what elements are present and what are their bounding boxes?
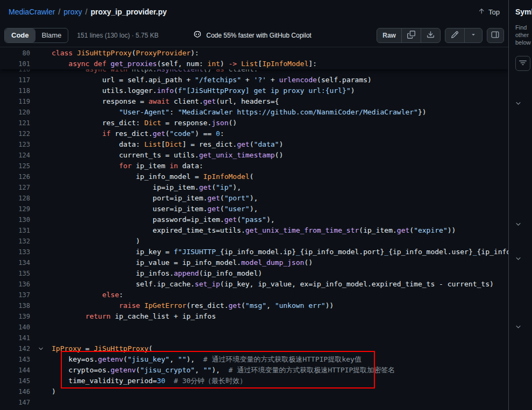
line-number[interactable]: 146	[0, 386, 30, 397]
code-line: 120 "User-Agent": "MediaCrawler https://…	[0, 107, 508, 118]
gutter	[30, 322, 52, 333]
line-number[interactable]: 136	[0, 279, 30, 290]
line-number[interactable]: 119	[0, 96, 30, 107]
code-line: 118 utils.logger.info(f"[JiSuHttpProxy] …	[0, 85, 508, 96]
line-number[interactable]: 145	[0, 376, 30, 386]
breadcrumb-separator: /	[58, 8, 60, 16]
line-number[interactable]: 124	[0, 150, 30, 161]
download-raw-button[interactable]	[421, 28, 440, 42]
line-number[interactable]: 134	[0, 257, 30, 268]
line-number[interactable]: 120	[0, 107, 30, 118]
code-text: )	[52, 386, 508, 397]
line-number[interactable]: 143	[0, 354, 30, 365]
copilot-icon	[193, 30, 202, 40]
symbol-group-chevron-icon[interactable]	[515, 255, 522, 264]
gutter	[30, 96, 52, 107]
code-text: self.ip_cache.set_ip(ip_key, ip_value, e…	[52, 279, 508, 290]
github-code-view: MediaCrawler / proxy / proxy_ip_provider…	[0, 0, 532, 410]
gutter	[30, 225, 52, 236]
symbol-group-chevron-icon[interactable]	[515, 220, 522, 230]
code-text: for ip_item in data:	[52, 161, 508, 171]
code-text: else:	[52, 290, 508, 300]
back-to-top-link[interactable]: Top	[478, 8, 500, 17]
line-number[interactable]: 121	[0, 118, 30, 128]
code-line: 145 time_validity_period=30 # 30分钟（最长时效）	[0, 376, 508, 386]
code-line: 146)	[0, 386, 508, 397]
line-number[interactable]: 142	[0, 343, 30, 354]
code-text: return ip_cache_list + ip_infos	[52, 311, 508, 322]
code-text: )	[52, 236, 508, 247]
code-text: user=ip_item.get("user"),	[52, 204, 508, 214]
line-number[interactable]: 135	[0, 268, 30, 279]
code-line: 131 expired_time_ts=utils.get_unix_time_…	[0, 225, 508, 236]
line-number[interactable]: 122	[0, 128, 30, 139]
gutter	[30, 161, 52, 171]
code-line: 126 ip_info_model = IpInfoModel(	[0, 171, 508, 182]
code-line: 127 ip=ip_item.get("ip"),	[0, 182, 508, 193]
code-line: 135 ip_infos.append(ip_info_model)	[0, 268, 508, 279]
symbols-panel-toggle-button[interactable]	[487, 28, 504, 43]
code-line: 132 )	[0, 236, 508, 247]
line-number[interactable]: 137	[0, 290, 30, 300]
symbols-desc-line: below	[515, 39, 532, 46]
code-text: crypto=os.getenv("jisu_crypto", ""), # 通…	[52, 365, 508, 376]
code-text: current_ts = utils.get_unix_timestamp()	[52, 150, 508, 161]
code-text: if res_dict.get("code") == 0:	[52, 128, 508, 139]
tab-code[interactable]: Code	[5, 28, 36, 42]
filter-icon	[519, 59, 527, 68]
line-number[interactable]: 127	[0, 182, 30, 193]
symbols-desc-line: other	[515, 31, 532, 39]
code-text: expired_time_ts=utils.get_unix_time_from…	[52, 225, 508, 236]
code-text: ip=ip_item.get("ip"),	[52, 182, 508, 193]
line-number[interactable]: 147	[0, 397, 30, 408]
gutter	[30, 236, 52, 247]
line-number[interactable]: 141	[0, 333, 30, 343]
tab-blame[interactable]: Blame	[36, 28, 68, 42]
code-text: async def get_proxies(self, num: int) ->…	[52, 59, 508, 69]
line-number[interactable]: 126	[0, 171, 30, 182]
line-number[interactable]: 130	[0, 214, 30, 225]
line-number[interactable]: 131	[0, 225, 30, 236]
symbol-group-chevron-icon[interactable]	[515, 323, 522, 333]
copy-raw-button[interactable]	[401, 28, 421, 42]
gutter	[30, 118, 52, 128]
line-number[interactable]: 129	[0, 204, 30, 214]
symbol-group-chevron-icon[interactable]	[515, 99, 522, 109]
main-column: MediaCrawler / proxy / proxy_ip_provider…	[0, 0, 508, 410]
code-lines: 116 async with httpx.AsyncClient() as cl…	[0, 64, 508, 408]
edit-dropdown-button[interactable]	[464, 28, 482, 42]
line-number[interactable]: 117	[0, 75, 30, 85]
code-line: 123 data: List[Dict] = res_dict.get("dat…	[0, 139, 508, 150]
code-text: ip_key = f"JISUHTTP_{ip_info_model.ip}_{…	[52, 247, 508, 257]
breadcrumb-folder-link[interactable]: proxy	[63, 8, 82, 16]
line-number[interactable]: 101	[0, 59, 30, 69]
line-number[interactable]: 139	[0, 311, 30, 322]
collapse-chevron-icon[interactable]	[30, 343, 52, 354]
line-number[interactable]: 133	[0, 247, 30, 257]
edit-file-button[interactable]	[445, 28, 464, 42]
line-number[interactable]: 138	[0, 300, 30, 311]
line-number[interactable]: 144	[0, 365, 30, 376]
gutter	[30, 279, 52, 290]
code-line: 142IpProxy = JiSuHttpProxy(	[0, 343, 508, 354]
line-number[interactable]: 123	[0, 139, 30, 150]
line-number[interactable]: 118	[0, 85, 30, 96]
download-icon	[427, 31, 435, 40]
symbols-filter-button[interactable]	[515, 56, 530, 71]
gutter	[30, 376, 52, 386]
raw-actions-group: Raw	[377, 28, 441, 43]
line-number[interactable]: 125	[0, 161, 30, 171]
line-number[interactable]: 140	[0, 322, 30, 333]
line-number[interactable]: 80	[0, 48, 30, 59]
line-number[interactable]: 132	[0, 236, 30, 247]
breadcrumb-repo-link[interactable]: MediaCrawler	[9, 8, 55, 16]
code-line: 134 ip_value = ip_info_model.model_dump_…	[0, 257, 508, 268]
code-text: url = self.api_path + "/fetchips" + '?' …	[52, 75, 508, 85]
line-number[interactable]: 128	[0, 193, 30, 204]
gutter	[30, 204, 52, 214]
raw-button[interactable]: Raw	[377, 28, 401, 42]
gutter	[30, 300, 52, 311]
gutter	[30, 365, 52, 376]
code-text: raise IpGetError(res_dict.get("msg", "un…	[52, 300, 508, 311]
code-text	[52, 333, 508, 343]
